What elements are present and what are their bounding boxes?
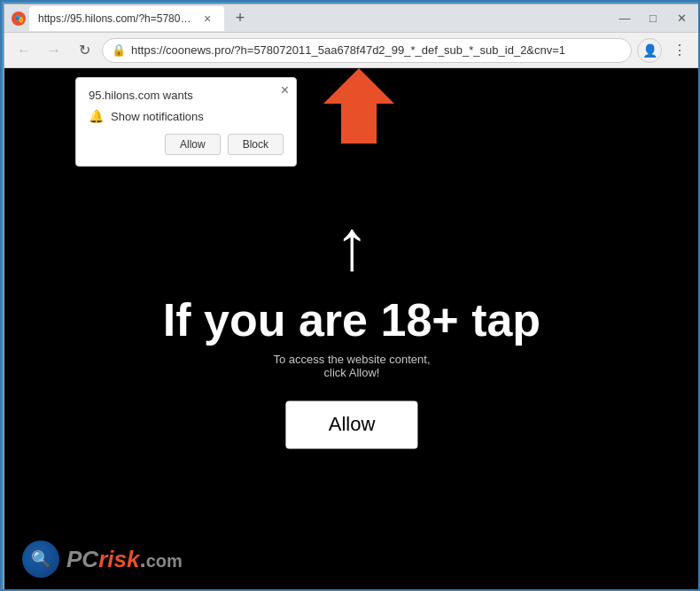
browser-window: 🎭 https://95.hilons.com/?h=57807... × + …	[4, 4, 700, 591]
url-lock-icon: 🔒	[112, 43, 126, 57]
pcrisk-risk: risk	[98, 546, 139, 572]
pcrisk-pc: PC	[66, 546, 98, 572]
url-text: https://coonews.pro/?h=578072011_5aa678f…	[131, 43, 622, 57]
pcrisk-dot: .	[139, 546, 145, 572]
instruction-line2: click Allow!	[324, 366, 380, 379]
pcrisk-icon	[22, 540, 59, 578]
favicon: 🎭	[12, 12, 26, 26]
popup-title: 95.hilons.com wants	[89, 89, 284, 102]
page-text-area: ↑ If you are 18+ tap To access the websi…	[74, 210, 629, 448]
title-bar-controls: — □ ✕	[614, 8, 692, 29]
new-tab-button[interactable]: +	[228, 6, 253, 31]
forward-button[interactable]: →	[42, 38, 66, 63]
maximize-button[interactable]: □	[642, 8, 664, 29]
instruction-text: To access the website content, click All…	[74, 353, 629, 379]
menu-button[interactable]: ⋮	[667, 38, 692, 63]
title-bar: 🎭 https://95.hilons.com/?h=57807... × + …	[4, 4, 699, 33]
back-button[interactable]: ←	[12, 38, 36, 63]
browser-tab[interactable]: https://95.hilons.com/?h=57807... ×	[29, 6, 224, 31]
account-button[interactable]: 👤	[637, 38, 662, 63]
bell-icon: 🔔	[89, 109, 104, 123]
tab-title: https://95.hilons.com/?h=57807...	[38, 12, 194, 25]
age-text: If you are 18+ tap	[74, 295, 629, 346]
pcrisk-logo: PCrisk.com	[22, 540, 183, 578]
instruction-line1: To access the website content,	[273, 353, 430, 366]
popup-notification-text: Show notifications	[111, 110, 204, 123]
popup-close-button[interactable]: ×	[281, 83, 289, 97]
svg-marker-1	[323, 68, 394, 144]
page-allow-button[interactable]: Allow	[286, 400, 418, 448]
page-content: × 95.hilons.com wants 🔔 Show notificatio…	[4, 68, 699, 590]
popup-notification-row: 🔔 Show notifications	[89, 109, 284, 123]
popup-allow-button[interactable]: Allow	[165, 134, 221, 155]
close-button[interactable]: ✕	[671, 8, 692, 29]
pcrisk-text: PCrisk.com	[66, 546, 183, 573]
pcrisk-com: com	[146, 551, 183, 571]
popup-block-button[interactable]: Block	[228, 134, 284, 155]
address-bar: ← → ↻ 🔒 https://coonews.pro/?h=578072011…	[4, 33, 699, 68]
url-bar[interactable]: 🔒 https://coonews.pro/?h=578072011_5aa67…	[102, 38, 632, 63]
up-arrow-icon: ↑	[74, 210, 629, 281]
refresh-button[interactable]: ↻	[72, 38, 97, 63]
tab-close-button[interactable]: ×	[199, 11, 215, 27]
notification-popup: × 95.hilons.com wants 🔔 Show notificatio…	[75, 77, 297, 167]
popup-buttons: Allow Block	[89, 134, 284, 155]
minimize-button[interactable]: —	[614, 8, 635, 29]
arrow-svg	[315, 68, 403, 152]
